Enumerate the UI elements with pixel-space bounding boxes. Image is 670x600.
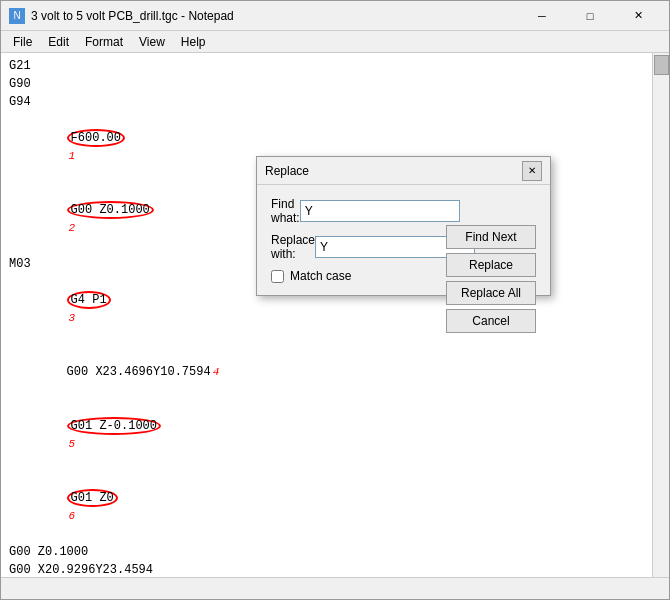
editor-line: G01 Z0 6 <box>9 471 644 543</box>
editor-line: G90 <box>9 75 644 93</box>
editor-line: G00 X20.9296Y23.4594 <box>9 561 644 577</box>
annotated-text: G00 Z0.1000 <box>67 201 154 219</box>
minimize-button[interactable]: ─ <box>519 1 565 31</box>
annotation-3: 3 <box>69 312 76 324</box>
editor-line: G00 X23.4696Y10.75944 <box>9 345 644 399</box>
annotated-text: G4 P1 <box>67 291 111 309</box>
dialog-title-bar: Replace ✕ <box>257 157 550 185</box>
annotation-5: 5 <box>69 438 76 450</box>
main-window: N 3 volt to 5 volt PCB_drill.tgc - Notep… <box>0 0 670 600</box>
menu-help[interactable]: Help <box>173 33 214 51</box>
dialog-buttons: Find Next Replace Replace All Cancel <box>446 225 536 333</box>
annotation-1: 1 <box>69 150 76 162</box>
replace-row: Replace with: <box>271 233 431 261</box>
dialog-body: Find what: Replace with: Find Next Repla… <box>257 185 550 295</box>
find-input[interactable] <box>300 200 460 222</box>
menu-bar: File Edit Format View Help <box>1 31 669 53</box>
close-button[interactable]: ✕ <box>615 1 661 31</box>
main-content: G21 G90 G94 F600.00 1 G00 Z0.1000 2 M03 … <box>1 53 669 577</box>
title-bar: N 3 volt to 5 volt PCB_drill.tgc - Notep… <box>1 1 669 31</box>
menu-edit[interactable]: Edit <box>40 33 77 51</box>
annotated-text: G01 Z0 <box>67 489 118 507</box>
app-icon: N <box>9 8 25 24</box>
editor-line: G01 Z-0.1000 5 <box>9 399 644 471</box>
annotated-text: G01 Z-0.1000 <box>67 417 161 435</box>
annotated-text: F600.00 <box>67 129 125 147</box>
window-title: 3 volt to 5 volt PCB_drill.tgc - Notepad <box>31 9 519 23</box>
editor-line: G21 <box>9 57 644 75</box>
menu-format[interactable]: Format <box>77 33 131 51</box>
annotation-4: 4 <box>213 366 220 378</box>
maximize-button[interactable]: □ <box>567 1 613 31</box>
replace-button[interactable]: Replace <box>446 253 536 277</box>
menu-file[interactable]: File <box>5 33 40 51</box>
text-editor[interactable]: G21 G90 G94 F600.00 1 G00 Z0.1000 2 M03 … <box>1 53 652 577</box>
scrollbar-thumb[interactable] <box>654 55 669 75</box>
editor-line: G00 Z0.1000 <box>9 543 644 561</box>
replace-dialog[interactable]: Replace ✕ Find what: Replace with: Find … <box>256 156 551 296</box>
cancel-button[interactable]: Cancel <box>446 309 536 333</box>
match-case-label: Match case <box>290 269 351 283</box>
editor-line: G94 <box>9 93 644 111</box>
replace-label: Replace with: <box>271 233 315 261</box>
scrollbar[interactable] <box>652 53 669 577</box>
find-next-button[interactable]: Find Next <box>446 225 536 249</box>
match-case-checkbox[interactable] <box>271 270 284 283</box>
replace-all-button[interactable]: Replace All <box>446 281 536 305</box>
status-bar <box>1 577 669 599</box>
annotation-6: 6 <box>69 510 76 522</box>
window-controls: ─ □ ✕ <box>519 1 661 31</box>
menu-view[interactable]: View <box>131 33 173 51</box>
dialog-close-button[interactable]: ✕ <box>522 161 542 181</box>
find-label: Find what: <box>271 197 300 225</box>
dialog-title-text: Replace <box>265 164 309 178</box>
find-row: Find what: <box>271 197 431 225</box>
annotation-2: 2 <box>69 222 76 234</box>
